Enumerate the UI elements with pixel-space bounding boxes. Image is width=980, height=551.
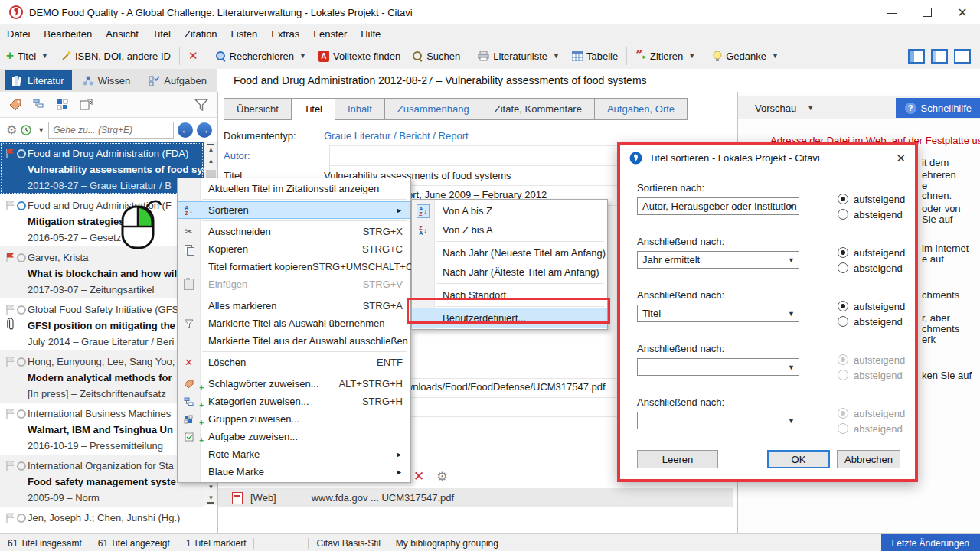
radio-absteigend[interactable]: absteigend [838,207,905,222]
circle-mark-icon[interactable] [17,461,26,471]
menu-item-auswahl-ausschliessen[interactable]: Markierte Titel aus der Auswahl ausschli… [178,332,410,350]
menu-item-gruppen[interactable]: Gruppen zuweisen... [178,410,410,428]
list-item[interactable]: Food and Drug Administration (FDA) Vulne… [0,142,204,194]
quick-help-button[interactable]: ? Schnellhilfe [896,98,980,118]
tabelle-button[interactable]: Tabelle [566,45,624,67]
list-item[interactable]: Garver, Krista What is blockchain and ho… [0,246,204,298]
gear-icon[interactable]: ⚙ [436,469,447,484]
menu-item-schlagwoerter[interactable]: Schlagwörter zuweisen...ALT+STRG+H [178,375,410,393]
menu-datei[interactable]: Datei [0,28,37,40]
menu-item-alles-markieren[interactable]: Alles markierenSTRG+A [178,297,410,315]
menu-item-aufgabe[interactable]: Aufgabe zuweisen... [178,428,410,445]
menu-item-zitationsstil-anzeigen[interactable]: Aktuellen Titel im Zitationsstil anzeige… [178,180,410,197]
list-item[interactable]: International Business Machines Walmart,… [0,403,204,455]
label-tag-icon[interactable] [9,99,22,110]
radio-aufsteigend[interactable]: aufsteigend [838,245,905,260]
clear-button[interactable]: Leeren [637,450,718,468]
dialog-close-icon[interactable]: ✕ [896,152,906,165]
submenu-item-jahr-aelteste[interactable]: Nach Jahr (Älteste Titel am Anfang) [412,262,607,282]
menu-item-kopieren[interactable]: KopierenSTRG+C [178,240,410,258]
menu-item-blaue-marke[interactable]: Blaue Marke ► [178,463,410,481]
menu-item-formatiert-kopieren[interactable]: Titel formatiert kopierenSTRG+UMSCHALT+C [178,258,410,276]
groups-icon[interactable] [57,99,69,110]
layout-pane-icon[interactable] [931,49,948,64]
tab-uebersicht[interactable]: Übersicht [224,98,292,120]
menu-item-sortieren[interactable]: AZ↓ Sortieren ► [178,201,410,219]
add-title-button[interactable]: + Titel▼ [0,45,54,67]
menu-item-ausschneiden[interactable]: ✂ AusschneidenSTRG+X [178,223,410,240]
flag-gray-icon[interactable] [5,357,15,367]
delete-title-button[interactable]: ✕ [182,45,204,67]
list-item[interactable]: Hong, Eunyoung; Lee, Sang Yoo; Modern an… [0,350,204,403]
history-clock-icon[interactable] [21,124,32,135]
tab-aufgaben-orte[interactable]: Aufgaben, Orte [595,98,688,120]
flag-red-icon[interactable] [5,253,15,262]
tab-aufgaben[interactable]: Aufgaben [141,70,214,90]
scroll-to-top-button[interactable]: ▲ [204,142,217,155]
tab-wissen[interactable]: Wissen [75,70,139,90]
recherchieren-button[interactable]: Recherchieren▼ [210,45,312,67]
scroll-up-button[interactable]: ▲ [204,155,217,167]
circle-mark-icon[interactable] [17,357,26,367]
suchen-button[interactable]: Suchen [407,45,466,67]
submenu-item-von-z-bis-a[interactable]: ZA↓ Von Z bis A [412,220,607,240]
layout-pane-icon[interactable] [908,49,925,64]
menu-item-kategorien[interactable]: Kategorien zuweisen...STRG+H [178,393,410,410]
list-item[interactable]: Jen, Joseph J.; Chen, Junshi (Hg.) [0,507,217,528]
filter-funnel-icon[interactable] [194,99,208,111]
menu-extras[interactable]: Extras [264,28,306,40]
back-button[interactable]: ← [178,122,193,138]
flag-gray-icon[interactable] [5,201,15,210]
import-export-icon[interactable] [80,99,93,110]
menu-item-loeschen[interactable]: ✕ LöschenENTF [178,354,410,371]
volltexte-button[interactable]: A Volltexte finden [312,45,407,67]
tab-zitate-kommentare[interactable]: Zitate, Kommentare [482,98,595,120]
menu-item-auswahl-uebernehmen[interactable]: Markierte Titel als Auswahl übernehmen [178,315,410,332]
isbn-doi-button[interactable]: ISBN, DOI, andere ID [54,45,177,67]
cancel-button[interactable]: Abbrechen [837,450,900,468]
tab-zusammenhang[interactable]: Zusammenhang [385,98,482,120]
radio-absteigend[interactable]: absteigend [838,260,905,276]
flag-gray-icon[interactable] [5,305,15,315]
minimize-button[interactable]: — [874,0,910,24]
circle-mark-icon[interactable] [17,514,26,523]
menu-ansicht[interactable]: Ansicht [99,28,145,40]
sort-by-combo[interactable]: Autor, Herausgeber oder Institution▼ [637,197,799,215]
list-item[interactable]: Food and Drug Administration (F Mitigati… [0,194,204,246]
close-button[interactable]: ✕ [945,0,980,24]
literaturliste-button[interactable]: Literaturliste▼ [472,45,566,67]
forward-button[interactable]: → [197,122,212,138]
flag-gray-icon[interactable] [5,461,15,471]
then-by-combo-3[interactable]: ▼ [637,358,799,376]
then-by-combo-2[interactable]: Titel▼ [637,305,799,322]
tab-literatur[interactable]: Literatur [5,70,72,90]
ok-button[interactable]: OK [767,450,830,468]
chevron-down-icon[interactable]: ▼ [807,104,814,112]
circle-mark-icon[interactable] [17,253,26,262]
attachment-url[interactable]: www.fda.gov ... UCM317547.pdf [312,492,454,504]
circle-mark-icon[interactable] [17,409,26,419]
radio-absteigend[interactable]: absteigend [838,314,905,329]
chevron-down-icon[interactable]: ▼ [38,126,44,134]
submenu-item-jahr-neueste[interactable]: Nach Jahr (Neueste Titel am Anfang) [412,243,607,262]
menu-hilfe[interactable]: Hilfe [354,28,387,40]
submenu-item-von-a-bis-z[interactable]: AZ↓ Von A bis Z [412,201,607,220]
preview-title[interactable]: Vorschau [755,103,796,114]
list-item[interactable]: International Organization for Sta Food … [0,455,204,507]
gear-icon[interactable]: ⚙ [6,122,17,137]
zitieren-button[interactable]: ”▸ Zitieren▼ [629,45,701,67]
maximize-button[interactable] [910,0,945,24]
circle-mark-icon[interactable] [17,149,26,158]
gedanke-button[interactable]: Gedanke▼ [707,45,785,67]
field-label-autor[interactable]: Autor: [224,150,318,161]
status-citation-style[interactable]: Citavi Basis-Stil [309,538,387,549]
circle-mark-icon[interactable] [17,201,26,210]
tab-inhalt[interactable]: Inhalt [335,98,385,120]
menu-bearbeiten[interactable]: Bearbeiten [37,28,99,40]
status-grouping[interactable]: My bibliography grouping [388,538,506,549]
tab-titel[interactable]: Titel [292,98,335,120]
list-item[interactable]: Global Food Safety Initiative (GFS GFSI … [0,298,204,350]
scroll-to-bottom-button[interactable]: ▼ [204,493,217,505]
menu-item-rote-marke[interactable]: Rote Marke ► [178,445,410,463]
then-by-combo-1[interactable]: Jahr ermittelt▼ [637,251,799,269]
